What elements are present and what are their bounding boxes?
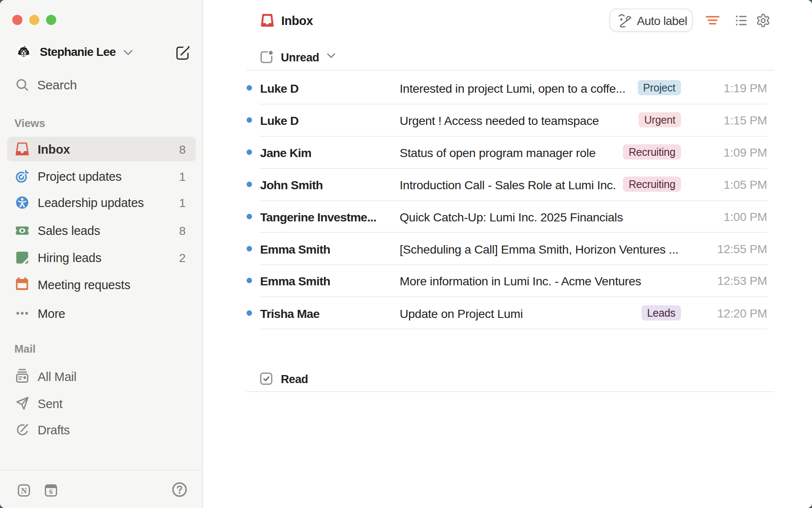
svg-text:6: 6 [49, 488, 53, 495]
svg-text:N: N [21, 486, 27, 495]
